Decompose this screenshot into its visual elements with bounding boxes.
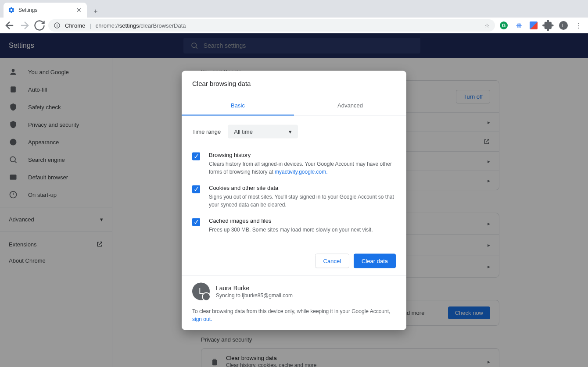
extension-grammarly-icon[interactable]: G [498, 19, 510, 32]
checkbox[interactable]: ✓ [192, 218, 200, 226]
reload-button[interactable] [33, 19, 46, 32]
chevron-down-icon: ▾ [289, 128, 292, 135]
extension-settings-icon[interactable]: ❋ [513, 19, 525, 32]
settings-page: Settings Search settings You and Google … [0, 33, 588, 367]
check-cached[interactable]: ✓ Cached images and files Frees up 300 M… [192, 213, 396, 238]
url-text: chrome://settings/clearBrowserData [96, 22, 186, 29]
menu-icon[interactable]: ⋮ [572, 19, 584, 32]
tab-title: Settings [18, 7, 72, 13]
check-browsing-history[interactable]: ✓ Browsing history Clears history from a… [192, 147, 396, 180]
extension-translate-icon[interactable] [527, 19, 540, 32]
url-scheme: Chrome [65, 22, 85, 29]
modal-profile-name: Laura Burke [216, 284, 293, 291]
browser-tab[interactable]: Settings ✕ [4, 3, 87, 18]
toolbar: Chrome | chrome://settings/clearBrowserD… [0, 18, 588, 33]
svg-point-1 [57, 24, 57, 25]
back-button[interactable] [4, 19, 16, 32]
omnibox[interactable]: Chrome | chrome://settings/clearBrowserD… [48, 19, 495, 32]
forward-button[interactable] [18, 19, 31, 32]
svg-rect-2 [57, 25, 57, 27]
close-icon[interactable]: ✕ [75, 7, 82, 14]
clear-data-button[interactable]: Clear data [354, 253, 396, 268]
new-tab-button[interactable]: + [90, 5, 102, 18]
tab-basic[interactable]: Basic [182, 96, 294, 115]
url-separator: | [90, 22, 91, 29]
bookmark-icon[interactable]: ☆ [484, 22, 490, 29]
modal-note: To clear browsing data from this device … [192, 307, 396, 323]
sign-out-link[interactable]: sign out. [192, 316, 212, 322]
site-info-icon[interactable] [54, 22, 61, 29]
avatar: L [192, 282, 210, 300]
time-range-select[interactable]: All time▾ [228, 125, 298, 138]
modal-tabs: Basic Advanced [182, 96, 406, 116]
tab-advanced[interactable]: Advanced [294, 96, 406, 115]
gear-icon [8, 7, 15, 14]
modal-profile-email: Syncing to ljburke85@gmail.com [216, 292, 293, 298]
extensions-icon[interactable] [542, 19, 555, 32]
modal-title: Clear browsing data [182, 71, 406, 96]
checkbox[interactable]: ✓ [192, 152, 200, 160]
tab-strip: Settings ✕ + [0, 0, 588, 18]
check-cookies[interactable]: ✓ Cookies and other site data Signs you … [192, 180, 396, 213]
profile-avatar-button[interactable]: L [557, 19, 570, 32]
checkbox[interactable]: ✓ [192, 185, 200, 193]
time-range-label: Time range [192, 128, 221, 135]
clear-data-modal: Clear browsing data Basic Advanced Time … [182, 71, 406, 330]
cancel-button[interactable]: Cancel [315, 253, 349, 268]
myactivity-link[interactable]: myactivity.google.com. [275, 168, 328, 175]
